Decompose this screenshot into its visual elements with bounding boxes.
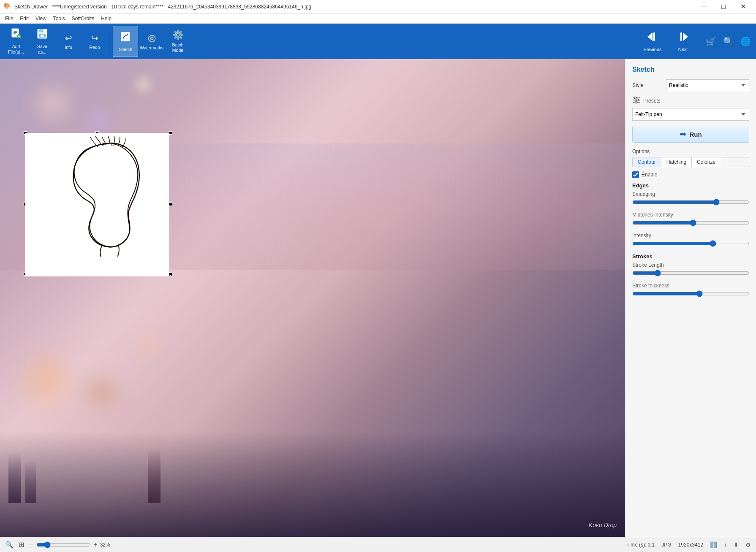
bg-gradient-bottom xyxy=(0,431,625,537)
menu-help[interactable]: Help xyxy=(98,15,115,22)
bokeh-3 xyxy=(135,76,152,93)
bokeh-1 xyxy=(34,84,72,122)
plant-stem-3 xyxy=(148,448,160,503)
undo-button[interactable]: ↩ Info xyxy=(56,26,81,57)
presets-text: Presets xyxy=(643,98,661,104)
zoom-out-button[interactable]: ─ xyxy=(29,541,34,549)
save-icon xyxy=(36,28,48,42)
toolbar-separator-1 xyxy=(110,29,110,54)
watermarks-icon: ◎ xyxy=(148,32,156,43)
zoom-slider[interactable] xyxy=(36,541,91,548)
stroke-length-slider-section: Stroke Length xyxy=(632,262,749,278)
stroke-length-label: Stroke Length xyxy=(632,262,749,268)
next-button[interactable]: Next xyxy=(671,26,695,57)
smudging-slider[interactable] xyxy=(632,199,749,206)
main-layout: Koku Drop Sketch Style Realistic Pencil … xyxy=(0,59,756,537)
add-file-button[interactable]: AddFile(s)... xyxy=(3,26,29,57)
zoom-label: 32% xyxy=(100,542,110,548)
svg-rect-8 xyxy=(39,29,44,32)
midtones-label: Midtones Intensity xyxy=(632,212,749,218)
watermarks-button[interactable]: ◎ Watermarks xyxy=(139,26,164,57)
sketch-button[interactable]: Sketch xyxy=(113,26,138,57)
settings-icon[interactable]: ⚙ xyxy=(745,541,751,548)
zoom-in-button[interactable]: + xyxy=(93,541,97,549)
strokes-heading: Strokes xyxy=(632,253,749,260)
download-icon[interactable]: ⬇ xyxy=(734,541,739,548)
redo-label: Redo xyxy=(89,45,100,50)
stroke-length-slider[interactable] xyxy=(632,270,749,276)
maximize-button[interactable]: □ xyxy=(714,0,733,14)
sketch-canvas[interactable] xyxy=(25,133,169,276)
menu-tools[interactable]: Tools xyxy=(50,15,68,22)
globe-icon[interactable]: 🌐 xyxy=(739,35,753,48)
enable-checkbox[interactable] xyxy=(632,171,639,178)
status-zoom-fit-icon[interactable]: 🔍 xyxy=(5,541,14,549)
previous-button[interactable]: Previous xyxy=(641,26,664,57)
smudging-slider-section: Smudging xyxy=(632,191,749,207)
presets-icon xyxy=(632,96,641,106)
svg-point-20 xyxy=(637,99,639,101)
status-right: Time (s): 0.1 JPG 1920x3412 ℹ️ ↑ ⬇ ⚙ xyxy=(626,541,751,548)
toolbar: AddFile(s)... Saveas... ↩ Info ↪ Redo xyxy=(0,24,756,59)
dimensions-label: 1920x3412 xyxy=(678,542,703,548)
search-icon[interactable]: 🔍 xyxy=(721,35,735,48)
undo-icon: ↩ xyxy=(65,33,72,43)
run-arrow-icon: ➡ xyxy=(680,130,686,139)
bokeh-5 xyxy=(84,376,118,409)
next-icon xyxy=(676,31,690,45)
enable-label: Enable xyxy=(642,172,657,178)
presets-select[interactable]: Felt-Tip pen Pencil Sketch Charcoal Draw… xyxy=(632,108,749,121)
sketch-label: Sketch xyxy=(119,47,132,52)
menu-file[interactable]: File xyxy=(2,15,16,22)
title-bar: 🎨 Sketch Drawer - ****Unregistered versi… xyxy=(0,0,756,14)
right-panel: Sketch Style Realistic Pencil Charcoal I… xyxy=(625,59,756,537)
svg-point-21 xyxy=(635,101,637,103)
menu-view[interactable]: View xyxy=(32,15,50,22)
batch-mode-button[interactable]: ⚙️ BatchMode xyxy=(165,26,190,57)
svg-rect-15 xyxy=(680,32,682,41)
stroke-thickness-slider[interactable] xyxy=(632,290,749,297)
run-button[interactable]: ➡ Run xyxy=(632,126,749,143)
cart-icon[interactable]: 🛒 xyxy=(704,35,718,48)
redo-button[interactable]: ↪ Redo xyxy=(82,26,107,57)
time-label: Time (s): 0.1 xyxy=(626,542,655,548)
close-button[interactable]: ✕ xyxy=(733,0,753,14)
share-icon[interactable]: ↑ xyxy=(724,541,727,548)
bokeh-6 xyxy=(135,333,160,359)
sketch-icon xyxy=(120,31,131,45)
menu-edit[interactable]: Edit xyxy=(16,15,32,22)
status-bar: 🔍 ⊞ ─ + 32% Time (s): 0.1 JPG 1920x3412 … xyxy=(0,537,756,552)
menu-softorbits[interactable]: SoftOrbits xyxy=(68,15,98,22)
info-icon[interactable]: ℹ️ xyxy=(710,541,717,548)
undo-label: Info xyxy=(65,45,72,50)
redo-icon: ↪ xyxy=(91,33,98,43)
smudging-label: Smudging xyxy=(632,191,749,197)
save-as-label: Saveas... xyxy=(37,44,47,54)
background-image xyxy=(0,59,625,537)
style-select[interactable]: Realistic Pencil Charcoal Ink Pastel xyxy=(666,79,749,91)
run-label: Run xyxy=(689,131,702,138)
intensity-slider[interactable] xyxy=(632,240,749,247)
toolbar-nav: Previous Next xyxy=(641,26,695,57)
tab-contour[interactable]: Contour xyxy=(633,157,661,167)
panel-title: Sketch xyxy=(632,66,749,73)
window-title: Sketch Drawer - ****Unregistered version… xyxy=(14,4,694,10)
save-as-button[interactable]: Saveas... xyxy=(30,26,55,57)
minimize-button[interactable]: ─ xyxy=(694,0,714,14)
batch-mode-label: BatchMode xyxy=(172,42,184,53)
previous-label: Previous xyxy=(644,47,662,52)
watermarks-label: Watermarks xyxy=(140,45,163,51)
format-label: JPG xyxy=(661,542,671,548)
canvas-area[interactable]: Koku Drop xyxy=(0,59,625,537)
style-row: Style Realistic Pencil Charcoal Ink Past… xyxy=(632,79,749,91)
status-crop-icon[interactable]: ⊞ xyxy=(19,541,24,549)
midtones-slider[interactable] xyxy=(632,219,749,226)
title-bar-controls: ─ □ ✕ xyxy=(694,0,753,14)
svg-marker-14 xyxy=(683,32,688,41)
tab-colorize[interactable]: Colorize xyxy=(692,157,721,167)
svg-rect-13 xyxy=(653,32,655,41)
options-section: Options Contour Hatching Colorize xyxy=(632,149,749,167)
intensity-slider-section: Intensity xyxy=(632,233,749,248)
tab-hatching[interactable]: Hatching xyxy=(661,157,692,167)
svg-point-19 xyxy=(634,97,636,99)
